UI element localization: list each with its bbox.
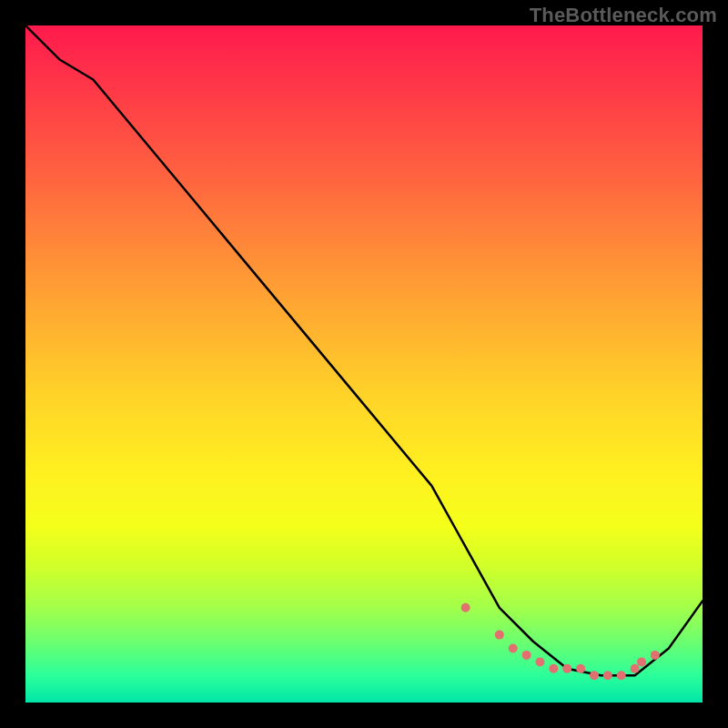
chart-svg — [25, 25, 703, 703]
valley-marker — [576, 664, 585, 673]
gradient-plot-area — [25, 25, 703, 703]
valley-marker — [617, 671, 626, 680]
valley-marker — [549, 664, 558, 673]
valley-marker — [535, 657, 544, 666]
valley-marker — [522, 651, 531, 660]
valley-marker — [637, 657, 646, 666]
valley-marker — [461, 603, 470, 612]
outer-frame: TheBottleneck.com — [0, 0, 728, 728]
valley-marker — [562, 664, 571, 673]
valley-marker — [509, 644, 518, 653]
valley-marker — [603, 671, 612, 680]
valley-marker — [495, 631, 504, 640]
valley-marker — [631, 664, 640, 673]
bottleneck-curve — [25, 25, 703, 675]
valley-marker — [590, 671, 599, 680]
valley-marker-group — [461, 603, 660, 680]
valley-marker — [651, 651, 660, 660]
watermark-text: TheBottleneck.com — [530, 4, 717, 27]
